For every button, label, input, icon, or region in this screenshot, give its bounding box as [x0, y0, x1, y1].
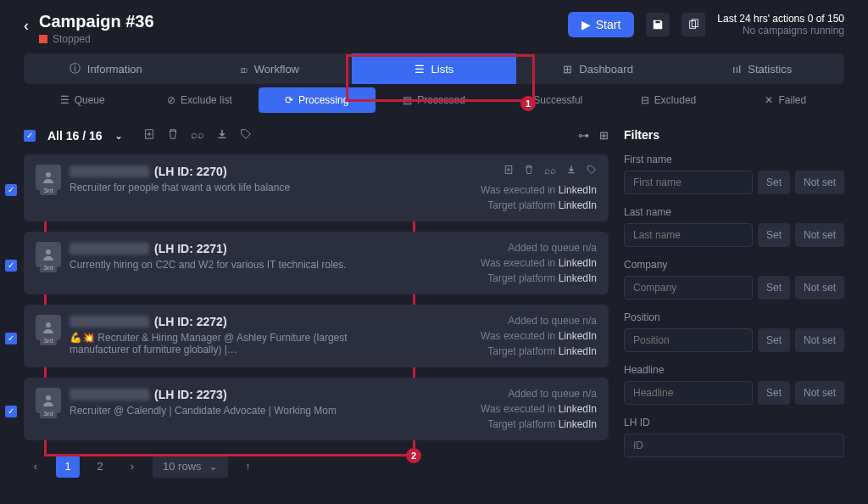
add-icon[interactable]	[143, 128, 155, 143]
subtab-processing[interactable]: ⟳Processing	[259, 87, 376, 113]
list-card[interactable]: ✓ 3rd (LH ID: 2273) Recruiter @ Calendly…	[24, 378, 609, 440]
download-icon[interactable]	[216, 128, 228, 143]
copy-icon-button[interactable]	[682, 13, 705, 36]
filter-label-headline: Headline	[624, 364, 844, 376]
card-queue: Added to queue n/a	[508, 388, 597, 400]
page-next[interactable]: ›	[120, 454, 144, 478]
name-redacted	[70, 389, 149, 400]
filter-notset-firstname[interactable]: Not set	[795, 171, 844, 194]
card-tag-icon[interactable]	[587, 165, 597, 177]
failed-icon: ✕	[765, 94, 773, 106]
chevron-down-icon: ⌄	[209, 460, 218, 473]
tab-statistics[interactable]: ıılStatistics	[680, 53, 844, 84]
name-redacted	[70, 316, 149, 328]
filter-set-position[interactable]: Set	[758, 328, 790, 352]
card-trash-icon[interactable]	[524, 165, 534, 177]
processed-icon: ▤	[403, 94, 412, 106]
count-label: All 16 / 16	[47, 129, 103, 143]
filter-notset-lastname[interactable]: Not set	[795, 223, 844, 247]
subtab-failed[interactable]: ✕Failed	[727, 87, 844, 113]
filter-set-lastname[interactable]: Set	[758, 223, 790, 247]
filter-label-firstname: First name	[624, 154, 844, 165]
filter-input-headline[interactable]	[624, 381, 753, 405]
card-lhid: (LH ID: 2272)	[154, 315, 227, 328]
start-button[interactable]: ▶ Start	[568, 12, 635, 37]
play-icon: ▶	[581, 18, 591, 31]
card-queue: Added to queue n/a	[508, 242, 597, 254]
pagination: ‹ 1 2 › 10 rows ⌄ ↑	[24, 454, 609, 478]
card-lhid: (LH ID: 2273)	[154, 388, 227, 401]
filter-notset-headline[interactable]: Not set	[795, 381, 844, 405]
page-2[interactable]: 2	[88, 454, 112, 478]
view-compact-icon[interactable]: ⊶	[578, 129, 589, 142]
card-target: Target platform LinkedIn	[487, 199, 597, 211]
tabs-primary: ⓘInformation ⎄Workflow ☰Lists ⊞Dashboard…	[24, 53, 844, 84]
tag-icon[interactable]	[240, 128, 252, 143]
card-subtitle: Recruiter @ Calendly | Candidate Advocat…	[70, 405, 392, 417]
list-card[interactable]: ✓ 3rd (LH ID: 2270) Recruiter for people…	[24, 154, 609, 221]
scroll-top[interactable]: ↑	[236, 454, 260, 478]
page-prev[interactable]: ‹	[24, 454, 47, 478]
filter-input-firstname[interactable]	[624, 171, 753, 194]
status-text: Stopped	[53, 33, 91, 45]
status-indicator-icon	[39, 35, 47, 43]
info-icon: ⓘ	[70, 61, 81, 76]
campaign-title: Campaign #36	[39, 12, 154, 31]
card-target: Target platform LinkedIn	[487, 272, 597, 284]
filter-input-position[interactable]	[624, 328, 753, 352]
avatar: 3rd	[36, 315, 61, 340]
queue-icon: ☰	[60, 94, 70, 106]
rows-per-page[interactable]: 10 rows ⌄	[153, 455, 228, 478]
card-exec: Was executed in LinkedIn	[481, 184, 597, 196]
filter-notset-position[interactable]: Not set	[795, 328, 844, 352]
tab-workflow[interactable]: ⎄Workflow	[188, 53, 353, 84]
list-card[interactable]: ✓ 3rd (LH ID: 2272) 💪💥 Recruiter & Hirin…	[24, 305, 609, 367]
card-download-icon[interactable]	[566, 165, 576, 177]
list-card[interactable]: ✓ 3rd (LH ID: 2271) Currently hiring on …	[24, 232, 609, 294]
save-icon-button[interactable]	[646, 13, 670, 36]
tab-information[interactable]: ⓘInformation	[24, 53, 188, 84]
filter-input-company[interactable]	[624, 276, 753, 300]
excluded-icon: ⊟	[641, 94, 649, 106]
filter-label-position: Position	[624, 311, 844, 323]
filter-notset-company[interactable]: Not set	[795, 276, 844, 300]
connection-badge: 3rd	[40, 263, 57, 272]
subtab-successful[interactable]: ✓Successful	[492, 87, 609, 113]
card-checkbox[interactable]: ✓	[5, 333, 17, 344]
statistics-icon: ııl	[732, 63, 741, 76]
subtab-queue[interactable]: ☰Queue	[24, 87, 141, 113]
subtab-processed[interactable]: ▤Processed	[376, 87, 492, 113]
filter-input-lastname[interactable]	[624, 223, 753, 247]
card-add-icon[interactable]	[504, 165, 514, 177]
filter-set-firstname[interactable]: Set	[758, 171, 790, 194]
card-exec: Was executed in LinkedIn	[481, 257, 597, 269]
tab-dashboard[interactable]: ⊞Dashboard	[516, 53, 681, 84]
card-binoculars-icon[interactable]: ⌕⌕	[544, 165, 556, 177]
filter-set-headline[interactable]: Set	[758, 381, 790, 405]
back-arrow-icon[interactable]: ‹	[24, 17, 29, 35]
card-checkbox[interactable]: ✓	[5, 406, 17, 417]
stats-block: Last 24 hrs' actions 0 of 150 No campaig…	[717, 13, 844, 36]
chevron-down-icon[interactable]: ⌄	[114, 130, 123, 142]
svg-point-4	[46, 322, 51, 328]
subtab-exclude[interactable]: ⊘Exclude list	[141, 87, 258, 113]
page-1[interactable]: 1	[56, 454, 80, 478]
tab-lists[interactable]: ☰Lists	[352, 53, 516, 84]
workflow-icon: ⎄	[241, 63, 248, 76]
name-redacted	[70, 243, 149, 255]
trash-icon[interactable]	[167, 128, 179, 143]
connection-badge: 3rd	[40, 336, 57, 345]
card-checkbox[interactable]: ✓	[5, 260, 17, 272]
connection-badge: 3rd	[40, 186, 57, 195]
view-grid-icon[interactable]: ⊞	[599, 129, 609, 142]
select-all-checkbox[interactable]: ✓	[24, 130, 36, 142]
card-lhid: (LH ID: 2271)	[154, 242, 227, 255]
filters-title: Filters	[624, 128, 844, 142]
lists-icon: ☰	[415, 63, 425, 76]
filter-set-company[interactable]: Set	[758, 276, 790, 300]
filter-input-lhid[interactable]	[624, 434, 844, 457]
subtab-excluded[interactable]: ⊟Excluded	[609, 87, 726, 113]
card-checkbox[interactable]: ✓	[5, 184, 17, 196]
card-queue: Added to queue n/a	[508, 315, 597, 327]
binoculars-icon[interactable]: ⌕⌕	[191, 128, 204, 143]
